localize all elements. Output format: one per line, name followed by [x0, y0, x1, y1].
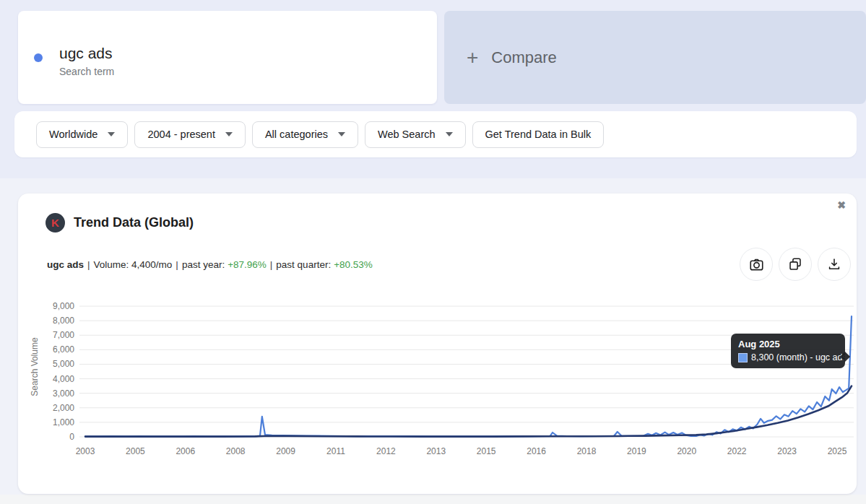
x-tick-label: 2013	[426, 446, 446, 456]
compare-label: Compare	[491, 48, 556, 67]
x-tick-label: 2011	[326, 446, 345, 456]
stats-separator: |	[87, 259, 90, 270]
x-tick-label: 2009	[276, 446, 295, 456]
stats-volume: Volume: 4,400/mo	[94, 259, 173, 270]
chart-tooltip: Aug 2025 8,300 (month) - ugc ads	[731, 334, 845, 368]
x-tick-label: 2022	[727, 446, 747, 456]
filter-bar: Worldwide 2004 - present All categories …	[14, 111, 857, 157]
stats-past-year-value: +87.96%	[228, 259, 267, 270]
keywords-everywhere-logo-icon: K	[46, 213, 65, 233]
x-tick-label: 2008	[226, 446, 246, 456]
plus-icon: +	[467, 48, 478, 68]
x-tick-label: 2003	[76, 446, 95, 456]
card-title: Trend Data (Global)	[74, 215, 194, 230]
search-term-type-label: Search term	[59, 66, 114, 77]
google-trends-page: ugc ads Search term + Compare Worldwide …	[0, 0, 866, 504]
x-tick-label: 2006	[176, 446, 195, 456]
tooltip-value: 8,300 (month) - ugc ads	[751, 352, 847, 362]
y-tick-label: 1,000	[18, 417, 74, 428]
category-dropdown-label: All categories	[265, 129, 328, 140]
y-tick-label: 5,000	[18, 358, 74, 370]
card-header: K Trend Data (Global)	[46, 213, 194, 233]
y-tick-label: 6,000	[18, 344, 74, 355]
trend-data-card: ✖ K Trend Data (Global) ugc ads|Volume: …	[18, 194, 857, 494]
stats-separator: |	[176, 259, 178, 270]
x-tick-label: 2023	[777, 446, 797, 456]
stats-term: ugc ads	[47, 259, 84, 270]
search-term-card[interactable]: ugc ads Search term	[18, 11, 437, 104]
x-tick-label: 2015	[477, 446, 496, 456]
chart-plot-area[interactable]	[79, 303, 854, 444]
copy-icon	[787, 256, 803, 272]
y-tick-label: 4,000	[18, 373, 74, 385]
chevron-down-icon	[108, 132, 115, 136]
x-tick-label: 2016	[527, 446, 546, 456]
y-tick-label: 9,000	[18, 300, 74, 312]
y-tick-label: 3,000	[18, 388, 74, 399]
bottom-strip	[0, 495, 866, 504]
stats-past-quarter-label: past quarter:	[276, 259, 331, 270]
tooltip-date: Aug 2025	[738, 339, 838, 349]
chevron-down-icon	[446, 132, 453, 136]
search-type-dropdown-label: Web Search	[378, 129, 436, 140]
y-tick-label: 0	[18, 431, 74, 443]
series-swatch	[738, 353, 748, 362]
camera-icon	[748, 256, 765, 273]
x-tick-label: 2012	[376, 446, 396, 456]
region-dropdown[interactable]: Worldwide	[36, 121, 128, 148]
time-range-dropdown-label: 2004 - present	[147, 129, 215, 140]
download-button[interactable]	[818, 248, 851, 281]
copy-button[interactable]	[779, 248, 812, 281]
bulk-trend-data-button[interactable]: Get Trend Data in Bulk	[472, 121, 605, 148]
x-tick-label: 2025	[828, 446, 847, 456]
series-color-dot	[34, 53, 43, 62]
screenshot-button[interactable]	[740, 248, 773, 281]
x-tick-label: 2018	[577, 446, 597, 456]
region-dropdown-label: Worldwide	[49, 129, 98, 140]
x-tick-label: 2019	[627, 446, 646, 456]
time-range-dropdown[interactable]: 2004 - present	[134, 121, 246, 148]
trend-chart[interactable]: Search Volume 01,0002,0003,0004,0005,000…	[18, 300, 857, 469]
y-tick-label: 7,000	[18, 329, 74, 341]
chevron-down-icon	[338, 132, 345, 136]
search-term-title: ugc ads	[59, 45, 113, 62]
category-dropdown[interactable]: All categories	[252, 121, 358, 148]
download-icon	[826, 256, 842, 272]
search-type-dropdown[interactable]: Web Search	[365, 121, 466, 148]
close-icon[interactable]: ✖	[837, 199, 846, 211]
x-tick-label: 2020	[677, 446, 696, 456]
stats-separator: |	[270, 259, 273, 270]
stats-past-quarter-value: +80.53%	[334, 259, 373, 270]
chart-action-buttons	[740, 248, 851, 281]
y-tick-label: 8,000	[18, 315, 74, 326]
compare-card[interactable]: + Compare	[444, 11, 866, 104]
x-tick-label: 2005	[126, 446, 145, 456]
y-tick-label: 2,000	[18, 402, 74, 414]
bulk-trend-data-label: Get Trend Data in Bulk	[485, 129, 592, 140]
stats-line: ugc ads|Volume: 4,400/mo|past year:+87.9…	[47, 259, 373, 270]
stats-past-year-label: past year:	[182, 259, 225, 270]
chevron-down-icon	[225, 132, 233, 136]
